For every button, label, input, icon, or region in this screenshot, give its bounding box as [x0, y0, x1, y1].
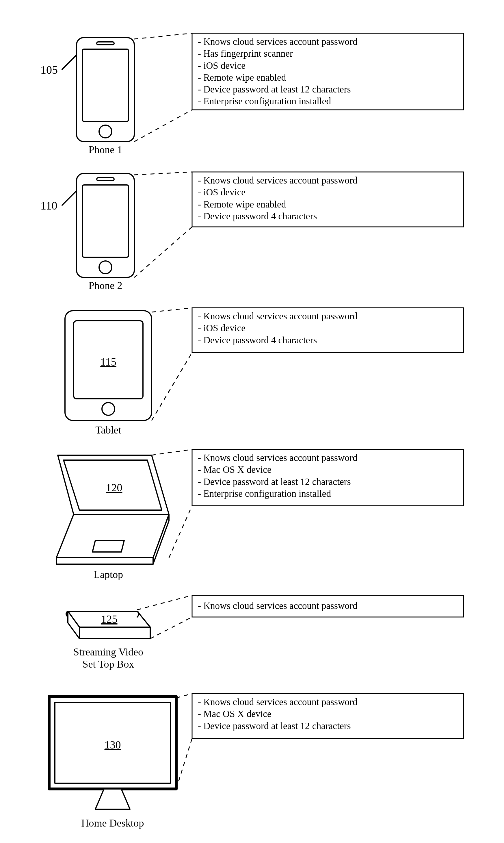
device-tablet: 115 Tablet - Knows cloud services accoun… — [65, 308, 464, 436]
device-laptop: 120 Laptop - Knows cloud services accoun… — [56, 450, 464, 580]
caption-laptop: Laptop — [94, 569, 123, 580]
svg-rect-7 — [76, 173, 134, 278]
svg-line-35 — [176, 693, 192, 698]
ref-desktop: 130 — [105, 739, 121, 751]
caption-tablet: Tablet — [95, 424, 121, 436]
svg-line-25 — [151, 450, 192, 455]
svg-line-11 — [62, 191, 76, 205]
device-phone2: 110 Phone 2 - Knows cloud services accou… — [40, 172, 464, 291]
caption-phone1: Phone 1 — [89, 144, 123, 156]
svg-line-18 — [151, 353, 192, 421]
svg-line-4 — [62, 55, 76, 69]
svg-marker-28 — [79, 627, 150, 639]
ref-laptop: 120 — [106, 481, 123, 494]
svg-line-6 — [134, 110, 192, 142]
svg-rect-1 — [82, 49, 128, 121]
svg-point-16 — [102, 403, 115, 415]
ref-settop: 125 — [101, 613, 118, 625]
svg-line-5 — [134, 33, 192, 39]
ref-tablet: 115 — [100, 356, 116, 368]
caption-phone2: Phone 2 — [89, 280, 123, 291]
svg-line-17 — [151, 308, 192, 312]
svg-rect-8 — [82, 185, 128, 257]
svg-line-12 — [134, 172, 192, 175]
svg-rect-0 — [76, 38, 134, 142]
device-settop: 125 Streaming Video Set Top Box - Knows … — [66, 595, 464, 670]
caption-desktop: Home Desktop — [82, 817, 144, 829]
props-settop: - Knows cloud services account password — [198, 600, 358, 611]
svg-line-31 — [150, 617, 192, 639]
ref-phone1: 105 — [40, 63, 58, 76]
svg-point-10 — [99, 261, 112, 274]
caption-settop-2: Set Top Box — [83, 658, 134, 670]
svg-marker-21 — [56, 514, 169, 558]
svg-marker-22 — [56, 558, 153, 564]
ref-phone2: 110 — [40, 199, 57, 212]
svg-rect-2 — [97, 42, 114, 45]
svg-line-36 — [176, 738, 192, 789]
svg-rect-9 — [97, 178, 114, 181]
caption-settop-1: Streaming Video — [73, 646, 143, 658]
device-phone1: 105 Phone 1 - Knows cloud services accou… — [40, 33, 464, 156]
svg-point-3 — [99, 125, 112, 138]
svg-line-13 — [134, 227, 192, 278]
diagram-root: 105 Phone 1 - Knows cloud services accou… — [0, 0, 504, 843]
svg-marker-34 — [95, 789, 130, 809]
svg-line-26 — [169, 506, 192, 558]
svg-line-30 — [137, 595, 192, 610]
device-desktop: 130 Home Desktop - Knows cloud services … — [49, 693, 464, 829]
